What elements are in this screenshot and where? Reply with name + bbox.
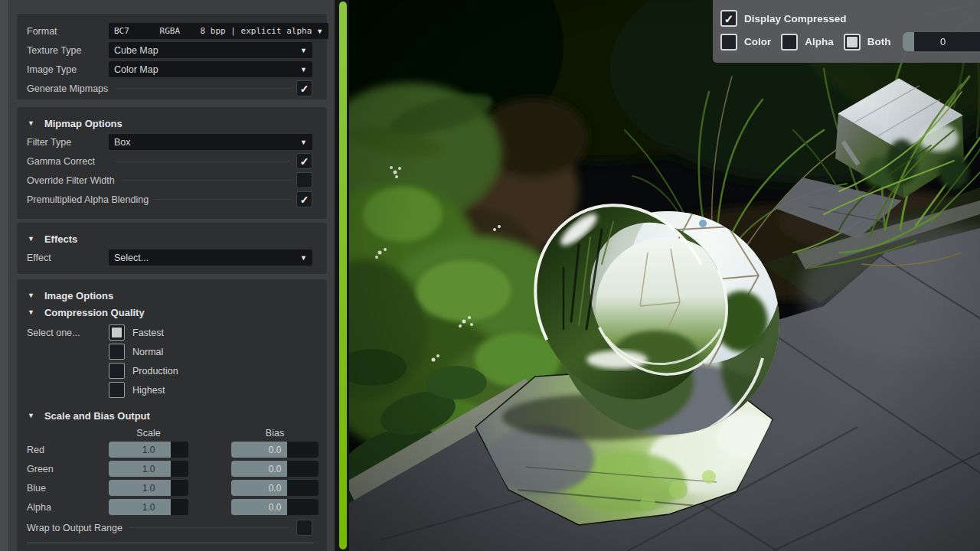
collapse-triangle-icon: ▼ [28, 308, 34, 316]
collapse-triangle-icon: ▼ [28, 292, 34, 299]
channel-alpha-label: Alpha [805, 36, 834, 47]
collapse-triangle-icon: ▼ [28, 412, 34, 419]
image-type-dropdown[interactable]: Color Map ▼ [109, 61, 312, 77]
channel-alpha-checkbox[interactable]: ✓ [781, 34, 798, 51]
filter-type-label: Filter Type [27, 137, 109, 148]
radio-highest[interactable] [109, 382, 125, 398]
radio-fastest[interactable] [109, 324, 125, 341]
effect-label: Effect [27, 253, 109, 263]
override-filter-width-row: Override Filter Width ✓ [27, 172, 312, 188]
collapse-triangle-icon: ▼ [28, 235, 34, 243]
format-section: Format BC7 RGBA 8 bpp | explicit alpha ▼… [17, 14, 327, 99]
quality-option-normal[interactable]: Normal [109, 342, 312, 361]
format-row: Format BC7 RGBA 8 bpp | explicit alpha ▼ [27, 23, 312, 39]
compression-quality-header[interactable]: ▼ Compression Quality [28, 306, 312, 318]
gamma-correct-label: Gamma Correct [27, 156, 109, 167]
settings-panel: Format BC7 RGBA 8 bpp | explicit alpha ▼… [0, 0, 335, 551]
texture-type-row: Texture Type Cube Map ▼ [27, 42, 312, 58]
generate-mipmaps-checkbox[interactable]: ✓ [296, 80, 312, 96]
chevron-down-icon: ▼ [300, 254, 307, 262]
red-bias-slider[interactable]: 0.0 [231, 442, 318, 458]
radio-normal[interactable] [109, 344, 125, 360]
scale-bias-row-alpha: Alpha 1.0 0.0 [27, 499, 312, 515]
effect-dropdown[interactable]: Select... ▼ [109, 249, 312, 266]
mipmap-options-header[interactable]: ▼ Mipmap Options [28, 117, 312, 129]
wrap-output-range-row: Wrap to Output Range ✓ [27, 520, 312, 536]
leader-line [116, 161, 289, 161]
panel-edge-strip [0, 0, 8, 551]
channel-select-row: ✓ Color ✓ Alpha ✓ Both 0 Mip [720, 32, 980, 51]
wrap-output-range-checkbox[interactable]: ✓ [296, 520, 312, 536]
format-value: BC7 RGBA 8 bpp | explicit alpha [114, 26, 312, 36]
premultiplied-alpha-checkbox[interactable]: ✓ [296, 191, 312, 207]
quality-option-fastest[interactable]: Fastest [109, 323, 312, 342]
wrap-output-range-label: Wrap to Output Range [27, 523, 122, 533]
red-scale-slider[interactable]: 1.0 [109, 442, 188, 458]
effects-header[interactable]: ▼ Effects [28, 233, 312, 245]
green-bias-slider[interactable]: 0.0 [231, 461, 318, 477]
premultiplied-alpha-label: Premultiplied Alpha Blending [27, 194, 149, 205]
check-icon: ✓ [300, 83, 309, 94]
chevron-down-icon: ▼ [300, 66, 307, 73]
scale-bias-row-blue: Blue 1.0 0.0 [27, 480, 312, 496]
display-compressed-checkbox[interactable]: ✓ [720, 10, 737, 27]
effect-row: Effect Select... ▼ [27, 249, 312, 266]
image-type-row: Image Type Color Map ▼ [27, 61, 312, 77]
gamma-correct-checkbox[interactable]: ✓ [296, 153, 312, 169]
quality-prompt: Select one... [27, 323, 109, 399]
check-icon: ✓ [300, 156, 309, 167]
compression-quality-group: Select one... Fastest Normal Production … [27, 323, 312, 399]
filter-type-row: Filter Type Box ▼ [27, 134, 312, 150]
leader-line [155, 199, 289, 200]
premultiplied-alpha-row: Premultiplied Alpha Blending ✓ [27, 191, 312, 207]
channel-color-checkbox[interactable]: ✓ [720, 34, 737, 51]
leader-line [116, 88, 289, 89]
channel-both-label: Both [867, 36, 891, 47]
chevron-down-icon: ▼ [300, 139, 307, 146]
texture-type-dropdown[interactable]: Cube Map ▼ [109, 42, 312, 58]
garden-scene [349, 0, 980, 551]
section-divider [27, 543, 314, 543]
display-compressed-label: Display Compressed [744, 13, 847, 24]
mip-slider[interactable]: 0 [903, 32, 980, 51]
scale-bias-row-red: Red 1.0 0.0 [27, 442, 312, 458]
bias-column-header: Bias [231, 428, 318, 439]
splitter-accent-bar[interactable] [339, 2, 347, 549]
panel-splitter[interactable] [335, 0, 349, 551]
display-compressed-row: ✓ Display Compressed [720, 10, 980, 27]
leader-line [122, 180, 289, 181]
quality-option-highest[interactable]: Highest [109, 380, 312, 399]
check-icon: ✓ [724, 13, 734, 24]
alpha-bias-slider[interactable]: 0.0 [231, 499, 318, 515]
channel-both-checkbox[interactable]: ✓ [844, 34, 861, 51]
filter-type-dropdown[interactable]: Box ▼ [109, 134, 312, 150]
format-dropdown[interactable]: BC7 RGBA 8 bpp | explicit alpha ▼ [109, 23, 328, 39]
image-type-label: Image Type [27, 64, 109, 75]
mip-value: 0 [903, 32, 980, 51]
check-icon: ✓ [300, 194, 309, 205]
texture-type-label: Texture Type [27, 45, 109, 56]
override-filter-width-label: Override Filter Width [27, 175, 115, 186]
viewport-3d-preview[interactable] [349, 0, 980, 551]
scale-bias-row-green: Green 1.0 0.0 [27, 461, 312, 477]
chevron-down-icon: ▼ [300, 47, 307, 54]
blue-bias-slider[interactable]: 0.0 [231, 480, 318, 496]
leader-line [129, 527, 289, 528]
radio-production[interactable] [109, 363, 125, 379]
alpha-scale-slider[interactable]: 1.0 [109, 499, 188, 515]
image-options-header[interactable]: ▼ Image Options [28, 289, 312, 302]
format-label: Format [27, 26, 109, 37]
quality-option-production[interactable]: Production [109, 361, 312, 380]
generate-mipmaps-label: Generate Mipmaps [27, 83, 109, 94]
channel-color-label: Color [744, 36, 771, 47]
scale-bias-header[interactable]: ▼ Scale and Bias Output [28, 409, 312, 422]
blue-scale-slider[interactable]: 1.0 [109, 480, 188, 496]
gamma-correct-row: Gamma Correct ✓ [27, 153, 312, 169]
override-filter-width-checkbox[interactable]: ✓ [296, 172, 312, 188]
green-scale-slider[interactable]: 1.0 [109, 461, 188, 477]
collapse-triangle-icon: ▼ [28, 119, 34, 127]
effects-section: ▼ Effects Effect Select... ▼ [17, 223, 327, 274]
mipmap-options-section: ▼ Mipmap Options Filter Type Box ▼ Gamma… [17, 107, 327, 219]
generate-mipmaps-row: Generate Mipmaps ✓ [27, 80, 312, 96]
scale-column-header: Scale [109, 428, 188, 439]
